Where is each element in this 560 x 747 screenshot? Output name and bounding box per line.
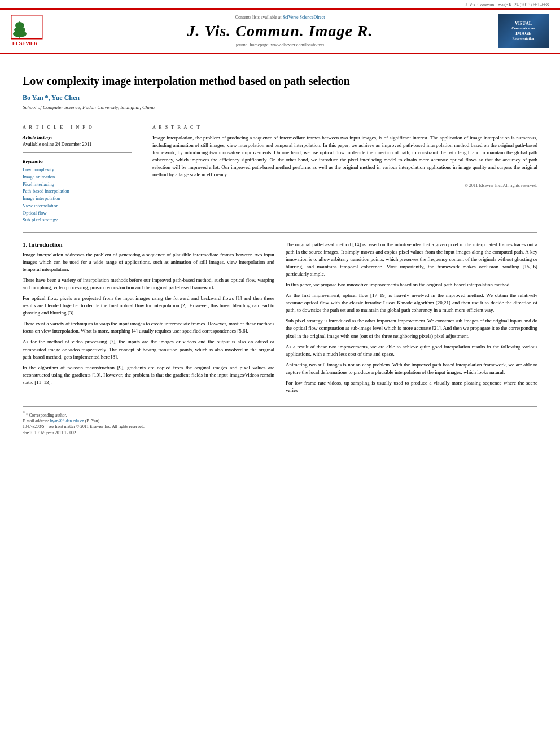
keyword-item: Optical flow — [23, 209, 132, 217]
body-paragraph: Sub-pixel strategy is introduced as the … — [286, 317, 537, 339]
sciverse-line: Contents lists available at SciVerse Sci… — [73, 15, 487, 20]
article-info-column: A R T I C L E I N F O Article history: A… — [23, 125, 141, 224]
body-paragraph: For optical flow, pixels are projected f… — [23, 295, 274, 317]
history-value: Available online 24 December 2011 — [23, 141, 132, 147]
abstract-column: A B S T R A C T Image interpolation, the… — [152, 125, 537, 224]
body-right-column: The original path-based method [14] is b… — [286, 241, 537, 397]
citation-bar: J. Vis. Commun. Image R. 24 (2013) 661–6… — [0, 0, 560, 8]
body-paragraph: For low frame rate videos, up-sampling i… — [286, 379, 537, 394]
body-left-column: 1. Introduction Image interpolation addr… — [23, 241, 274, 397]
abstract-text: Image interpolation, the problem of prod… — [152, 134, 537, 178]
journal-homepage: journal homepage: www.elsevier.com/locat… — [73, 42, 487, 47]
journal-title: J. Vis. Commun. Image R. — [73, 22, 487, 40]
footnote-email-address: byan@fudan.edu.cn — [50, 418, 84, 423]
body-paragraph: In the algorithm of poisson reconstructi… — [23, 364, 274, 386]
footnote-email: E-mail address: byan@fudan.edu.cn (B. Ya… — [23, 418, 537, 425]
footnote-corresponding: * * Corresponding author. — [23, 410, 537, 418]
keyword-item: Image interpolation — [23, 195, 132, 202]
citation-text: J. Vis. Commun. Image R. 24 (2013) 661–6… — [465, 2, 549, 7]
body-paragraph: There exist a variety of techniques to w… — [23, 320, 274, 335]
divider-top — [23, 119, 537, 119]
footnote-section: * * Corresponding author. E-mail address… — [23, 406, 537, 436]
history-label: Article history: — [23, 134, 132, 140]
svg-point-5 — [13, 30, 27, 37]
section-title-text: Introduction — [29, 241, 63, 248]
keyword-item: Path-based interpolation — [23, 187, 132, 195]
divider-body — [23, 232, 537, 233]
main-content: Low complexity image interpolation metho… — [0, 54, 560, 444]
section1-right-paragraphs: The original path-based method [14] is b… — [286, 241, 537, 394]
authors: Bo Yan *, Yue Chen — [23, 94, 537, 102]
keywords-label: Keywords: — [23, 159, 132, 164]
article-info-header: A R T I C L E I N F O — [23, 125, 132, 130]
section1-title: 1. Introduction — [23, 241, 274, 248]
sciverse-link: SciVerse ScienceDirect — [283, 15, 325, 20]
keyword-item: Low complexity — [23, 166, 132, 173]
article-title: Low complexity image interpolation metho… — [23, 73, 537, 88]
keyword-item: Image animation — [23, 173, 132, 181]
section-number: 1. — [23, 241, 29, 248]
body-paragraph: The original path-based method [14] is b… — [286, 241, 537, 278]
abstract-header: A B S T R A C T — [152, 125, 537, 130]
body-paragraph: As a result of these two improvements, w… — [286, 343, 537, 358]
keyword-item: Pixel interlacing — [23, 181, 132, 188]
section1-paragraphs: Image interpolation addresses the proble… — [23, 251, 274, 386]
sciverse-text: Contents lists available at — [235, 15, 282, 20]
body-paragraph: In this paper, we propose two innovative… — [286, 281, 537, 289]
journal-header: ELSEVIER Contents lists available at Sci… — [0, 8, 560, 54]
body-columns: 1. Introduction Image interpolation addr… — [23, 241, 537, 397]
body-paragraph: As the first improvement, optical flow [… — [286, 292, 537, 314]
keyword-item: View interpolation — [23, 202, 132, 209]
footnote-doi: doi:10.1016/j.jvcir.2011.12.002 — [23, 430, 537, 436]
footnote-issn: 1047-3203/$ – see front matter © 2011 El… — [23, 424, 537, 430]
keyword-item: Sub-pixel strategy — [23, 216, 132, 224]
info-abstract-block: A R T I C L E I N F O Article history: A… — [23, 125, 537, 224]
visual-logo-container: VISUAL Communication IMAGE Representatio… — [487, 14, 549, 48]
body-paragraph: There have been a variety of interpolati… — [23, 277, 274, 291]
journal-title-block: Contents lists available at SciVerse Sci… — [73, 15, 487, 47]
footnote-corresponding-label: * Corresponding author. — [26, 412, 67, 417]
svg-text:ELSEVIER: ELSEVIER — [12, 41, 38, 46]
divider-keywords — [23, 152, 132, 153]
body-paragraph: Animating two still images is not an eas… — [286, 361, 537, 376]
visual-logo: VISUAL Communication IMAGE Representatio… — [498, 14, 549, 48]
elsevier-logo: ELSEVIER — [11, 15, 62, 46]
body-paragraph: As for the method of video processing [7… — [23, 338, 274, 360]
elsevier-logo-container: ELSEVIER — [11, 15, 73, 47]
copyright: © 2011 Elsevier Inc. All rights reserved… — [152, 183, 537, 188]
footnote-star: * — [23, 410, 25, 416]
affiliation: School of Computer Science, Fudan Univer… — [23, 104, 537, 110]
footnote-email-label: E-mail address: — [23, 418, 49, 423]
keywords-list: Low complexityImage animationPixel inter… — [23, 166, 132, 224]
body-paragraph: Image interpolation addresses the proble… — [23, 251, 274, 273]
footnote-email-suffix: (B. Yan). — [85, 418, 100, 423]
author-names: Bo Yan *, Yue Chen — [23, 94, 80, 102]
